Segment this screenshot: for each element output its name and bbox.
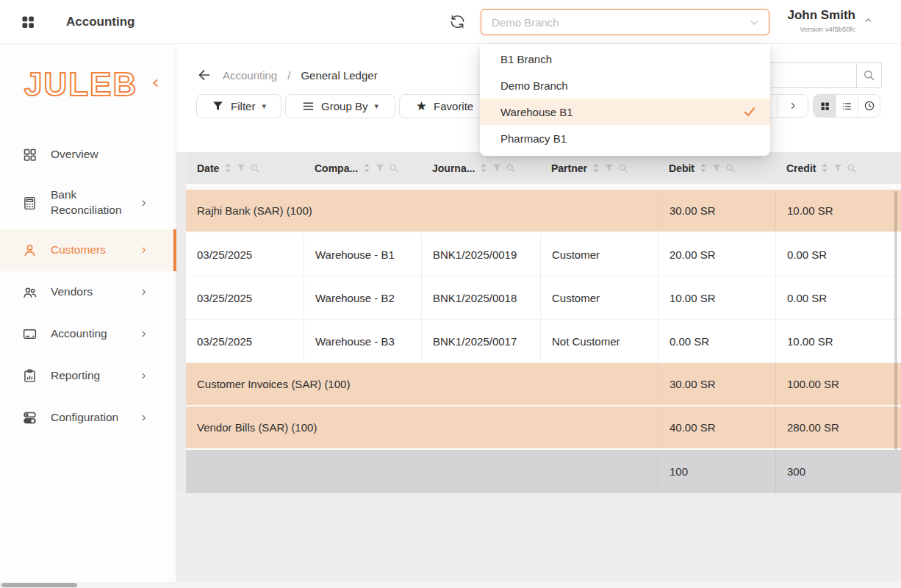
filter-funnel-icon xyxy=(212,100,224,112)
column-header-credit[interactable]: Credit xyxy=(775,162,901,174)
sidebar-item-customers[interactable]: Customers xyxy=(0,229,176,271)
juleb-logo[interactable]: JULEB xyxy=(24,66,137,103)
search-icon[interactable] xyxy=(847,164,856,173)
column-header-journal[interactable]: Journa... xyxy=(421,162,540,174)
sidebar: JULEB Overview Bank Reconciliation xyxy=(0,44,176,588)
sidebar-item-bank-reconciliation[interactable]: Bank Reconciliation xyxy=(0,176,176,229)
sort-icon[interactable] xyxy=(224,163,231,173)
sidebar-item-label: Vendors xyxy=(51,284,139,300)
branch-option-warehouse-b1[interactable]: Warehouse B1 xyxy=(480,98,770,125)
search-icon[interactable] xyxy=(251,164,259,173)
table-row[interactable]: 03/25/2025 Warehouse - B3 BNK1/2025/0017… xyxy=(186,320,901,363)
filter-funnel-icon[interactable] xyxy=(237,164,245,173)
refresh-icon[interactable] xyxy=(449,13,466,30)
credit-card-icon xyxy=(22,326,37,342)
report-chart-icon xyxy=(22,368,37,384)
filter-funnel-icon[interactable] xyxy=(492,164,501,173)
sidebar-item-label: Overview xyxy=(51,147,139,162)
sidebar-item-label: Configuration xyxy=(51,410,139,426)
grid-view-button[interactable] xyxy=(814,95,836,117)
sidebar-collapse-icon[interactable] xyxy=(149,76,162,90)
partner-cell: Customer xyxy=(540,276,658,319)
back-arrow-icon[interactable] xyxy=(196,67,212,83)
next-page-button[interactable] xyxy=(777,95,808,117)
history-clock-button[interactable] xyxy=(858,95,880,117)
branch-option-b1[interactable]: B1 Branch xyxy=(480,46,770,72)
favorite-button[interactable]: ★ Favorite xyxy=(399,94,490,118)
toggles-icon xyxy=(22,410,37,426)
user-menu[interactable]: John Smith Version v4f5b50fc xyxy=(787,7,873,33)
user-name: John Smith xyxy=(787,7,855,24)
debit-value: 40.00 SR xyxy=(658,406,775,448)
star-icon: ★ xyxy=(416,100,427,112)
app-frame: Accounting Demo Branch John Smith Versio… xyxy=(0,0,901,588)
filter-button[interactable]: Filter ▾ xyxy=(196,94,281,118)
filter-funnel-icon[interactable] xyxy=(376,164,384,173)
chevron-right-icon xyxy=(139,413,148,423)
page-title: General Ledger xyxy=(301,69,377,82)
sidebar-item-configuration[interactable]: Configuration xyxy=(0,397,176,439)
group-label: Vendor Bills (SAR) (100) xyxy=(186,421,658,434)
table-row[interactable]: 03/25/2025 Warehouse - B2 BNK1/2025/0018… xyxy=(186,276,901,320)
branch-option-pharmacy[interactable]: Pharmacy B1 xyxy=(480,125,770,151)
table-row[interactable]: 03/25/2025 Warehouse - B1 BNK1/2025/0019… xyxy=(186,233,901,276)
debit-cell: 10.00 SR xyxy=(658,276,775,319)
option-label: B1 Branch xyxy=(500,53,755,65)
search-icon[interactable] xyxy=(506,164,515,173)
search-button[interactable] xyxy=(856,62,882,88)
horizontal-scrollbar-thumb[interactable] xyxy=(1,583,77,587)
column-label: Journa... xyxy=(432,162,475,174)
view-toggles xyxy=(813,94,880,118)
apps-grid-icon[interactable] xyxy=(21,15,35,29)
chevron-up-icon xyxy=(864,15,873,25)
breadcrumb-parent[interactable]: Accounting xyxy=(223,69,277,82)
vertical-scrollbar[interactable] xyxy=(894,191,897,450)
group-by-button[interactable]: Group By ▾ xyxy=(285,94,395,118)
branch-option-demo[interactable]: Demo Branch xyxy=(480,72,770,98)
company-cell: Warehouse - B3 xyxy=(304,320,421,362)
search-icon[interactable] xyxy=(619,164,628,173)
column-label: Debit xyxy=(669,162,694,174)
breadcrumb: Accounting / General Ledger xyxy=(196,65,378,85)
table-header-gap xyxy=(186,184,901,190)
date-cell: 03/25/2025 xyxy=(186,233,304,276)
branch-select[interactable]: Demo Branch xyxy=(481,9,769,35)
table-group-row[interactable]: Vendor Bills (SAR) (100) 40.00 SR 280.00… xyxy=(186,406,901,450)
column-header-date[interactable]: Date xyxy=(186,162,304,174)
column-header-company[interactable]: Compa... xyxy=(304,162,421,174)
group-by-label: Group By xyxy=(321,100,367,112)
company-cell: Warehouse - B2 xyxy=(304,276,421,319)
total-debit-value: 100 xyxy=(658,450,775,493)
date-cell: 03/25/2025 xyxy=(186,276,304,319)
sidebar-item-overview[interactable]: Overview xyxy=(0,132,176,176)
sort-icon[interactable] xyxy=(592,163,600,173)
table-group-row[interactable]: Customer Invoices (SAR) (100) 30.00 SR 1… xyxy=(186,363,901,406)
sort-icon[interactable] xyxy=(363,163,370,173)
sidebar-item-accounting[interactable]: Accounting xyxy=(0,313,176,355)
filter-funnel-icon[interactable] xyxy=(833,164,842,173)
calculator-icon xyxy=(22,196,37,211)
column-header-debit[interactable]: Debit xyxy=(658,162,775,174)
customer-person-icon xyxy=(22,243,37,258)
list-view-button[interactable] xyxy=(836,95,858,117)
debit-cell: 20.00 SR xyxy=(658,233,775,276)
sort-icon[interactable] xyxy=(821,163,828,173)
column-header-partner[interactable]: Partner xyxy=(540,162,658,174)
overview-grid-icon xyxy=(22,147,37,162)
credit-value: 280.00 SR xyxy=(775,406,901,448)
credit-cell: 0.00 SR xyxy=(775,276,901,319)
chevron-down-icon xyxy=(749,17,760,28)
sort-icon[interactable] xyxy=(700,163,707,173)
sidebar-item-vendors[interactable]: Vendors xyxy=(0,271,176,313)
option-label: Demo Branch xyxy=(500,79,755,92)
sidebar-item-reporting[interactable]: Reporting xyxy=(0,355,176,397)
sort-icon[interactable] xyxy=(480,163,487,173)
chevron-right-icon xyxy=(139,198,148,208)
search-icon[interactable] xyxy=(726,164,735,173)
branch-select-value: Demo Branch xyxy=(492,16,749,29)
table-group-row[interactable]: Rajhi Bank (SAR) (100) 30.00 SR 10.00 SR xyxy=(186,190,901,233)
sidebar-item-label: Accounting xyxy=(51,326,139,342)
filter-funnel-icon[interactable] xyxy=(712,164,721,173)
search-icon[interactable] xyxy=(390,164,398,173)
filter-funnel-icon[interactable] xyxy=(605,164,614,173)
